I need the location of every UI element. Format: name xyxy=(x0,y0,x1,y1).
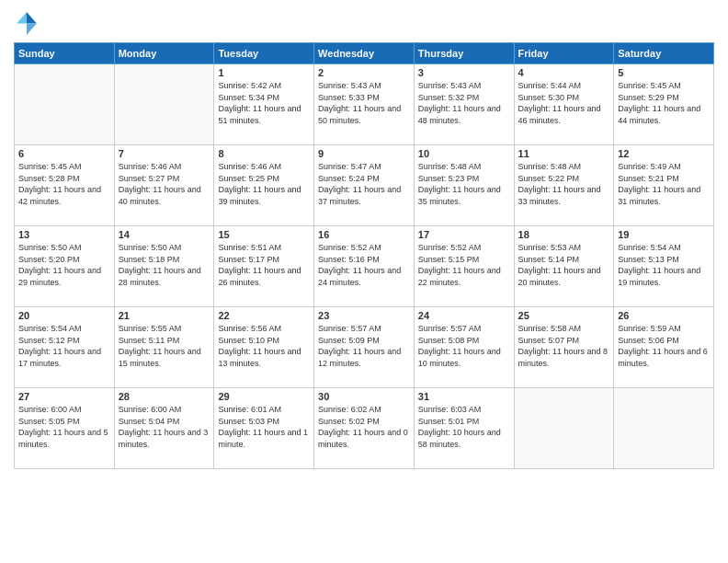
day-info: Sunrise: 5:44 AMSunset: 5:30 PMDaylight:… xyxy=(518,80,610,126)
week-row-4: 20Sunrise: 5:54 AMSunset: 5:12 PMDayligh… xyxy=(15,307,714,388)
weekday-saturday: Saturday xyxy=(614,43,714,64)
calendar-cell: 28Sunrise: 6:00 AMSunset: 5:04 PMDayligh… xyxy=(114,388,214,469)
calendar-cell: 14Sunrise: 5:50 AMSunset: 5:18 PMDayligh… xyxy=(114,226,214,307)
day-number: 17 xyxy=(418,229,510,240)
day-number: 30 xyxy=(318,391,410,402)
day-number: 13 xyxy=(18,229,110,240)
day-info: Sunrise: 5:52 AMSunset: 5:16 PMDaylight:… xyxy=(318,242,410,288)
svg-marker-0 xyxy=(27,12,37,23)
day-number: 6 xyxy=(18,148,110,159)
day-info: Sunrise: 6:00 AMSunset: 5:05 PMDaylight:… xyxy=(18,404,110,450)
day-info: Sunrise: 5:56 AMSunset: 5:10 PMDaylight:… xyxy=(218,323,310,369)
day-info: Sunrise: 5:51 AMSunset: 5:17 PMDaylight:… xyxy=(218,242,310,288)
calendar-cell: 4Sunrise: 5:44 AMSunset: 5:30 PMDaylight… xyxy=(514,64,614,145)
day-number: 5 xyxy=(618,67,710,78)
week-row-2: 6Sunrise: 5:45 AMSunset: 5:28 PMDaylight… xyxy=(15,145,714,226)
day-number: 8 xyxy=(218,148,310,159)
svg-marker-2 xyxy=(17,12,27,23)
logo-icon xyxy=(14,9,40,35)
calendar-cell: 9Sunrise: 5:47 AMSunset: 5:24 PMDaylight… xyxy=(314,145,415,226)
calendar-cell: 24Sunrise: 5:57 AMSunset: 5:08 PMDayligh… xyxy=(414,307,514,388)
day-number: 15 xyxy=(218,229,310,240)
calendar-cell: 15Sunrise: 5:51 AMSunset: 5:17 PMDayligh… xyxy=(214,226,314,307)
calendar-cell: 13Sunrise: 5:50 AMSunset: 5:20 PMDayligh… xyxy=(15,226,115,307)
day-info: Sunrise: 5:57 AMSunset: 5:08 PMDaylight:… xyxy=(418,323,510,369)
calendar-cell: 22Sunrise: 5:56 AMSunset: 5:10 PMDayligh… xyxy=(214,307,314,388)
day-number: 26 xyxy=(618,310,710,321)
day-info: Sunrise: 5:45 AMSunset: 5:29 PMDaylight:… xyxy=(618,80,710,126)
weekday-header-row: SundayMondayTuesdayWednesdayThursdayFrid… xyxy=(15,43,714,64)
week-row-5: 27Sunrise: 6:00 AMSunset: 5:05 PMDayligh… xyxy=(15,388,714,469)
calendar-cell: 31Sunrise: 6:03 AMSunset: 5:01 PMDayligh… xyxy=(414,388,514,469)
day-number: 24 xyxy=(418,310,510,321)
day-info: Sunrise: 6:00 AMSunset: 5:04 PMDaylight:… xyxy=(119,404,210,450)
day-number: 2 xyxy=(318,67,410,78)
day-info: Sunrise: 5:53 AMSunset: 5:14 PMDaylight:… xyxy=(518,242,610,288)
day-number: 22 xyxy=(218,310,310,321)
day-info: Sunrise: 5:57 AMSunset: 5:09 PMDaylight:… xyxy=(318,323,410,369)
calendar-cell: 3Sunrise: 5:43 AMSunset: 5:32 PMDaylight… xyxy=(414,64,514,145)
week-row-1: 1Sunrise: 5:42 AMSunset: 5:34 PMDaylight… xyxy=(15,64,714,145)
day-info: Sunrise: 5:54 AMSunset: 5:12 PMDaylight:… xyxy=(18,323,110,369)
calendar-cell xyxy=(15,64,115,145)
calendar-cell: 21Sunrise: 5:55 AMSunset: 5:11 PMDayligh… xyxy=(114,307,214,388)
calendar-cell: 20Sunrise: 5:54 AMSunset: 5:12 PMDayligh… xyxy=(15,307,115,388)
calendar-table: SundayMondayTuesdayWednesdayThursdayFrid… xyxy=(14,42,714,469)
day-number: 25 xyxy=(518,310,610,321)
day-info: Sunrise: 5:49 AMSunset: 5:21 PMDaylight:… xyxy=(618,161,710,207)
calendar-cell xyxy=(514,388,614,469)
calendar-cell: 29Sunrise: 6:01 AMSunset: 5:03 PMDayligh… xyxy=(214,388,314,469)
logo xyxy=(14,9,43,35)
calendar-cell xyxy=(114,64,214,145)
day-number: 31 xyxy=(418,391,510,402)
page: SundayMondayTuesdayWednesdayThursdayFrid… xyxy=(0,0,728,563)
calendar-cell: 8Sunrise: 5:46 AMSunset: 5:25 PMDaylight… xyxy=(214,145,314,226)
weekday-wednesday: Wednesday xyxy=(314,43,415,64)
weekday-friday: Friday xyxy=(514,43,614,64)
calendar-cell: 11Sunrise: 5:48 AMSunset: 5:22 PMDayligh… xyxy=(514,145,614,226)
day-number: 16 xyxy=(318,229,410,240)
day-info: Sunrise: 5:43 AMSunset: 5:33 PMDaylight:… xyxy=(318,80,410,126)
day-number: 14 xyxy=(119,229,210,240)
day-number: 4 xyxy=(518,67,610,78)
calendar-cell: 5Sunrise: 5:45 AMSunset: 5:29 PMDaylight… xyxy=(614,64,714,145)
calendar-cell: 23Sunrise: 5:57 AMSunset: 5:09 PMDayligh… xyxy=(314,307,415,388)
weekday-tuesday: Tuesday xyxy=(214,43,314,64)
calendar-cell: 10Sunrise: 5:48 AMSunset: 5:23 PMDayligh… xyxy=(414,145,514,226)
calendar-cell: 27Sunrise: 6:00 AMSunset: 5:05 PMDayligh… xyxy=(15,388,115,469)
calendar-cell: 1Sunrise: 5:42 AMSunset: 5:34 PMDaylight… xyxy=(214,64,314,145)
calendar-cell: 25Sunrise: 5:58 AMSunset: 5:07 PMDayligh… xyxy=(514,307,614,388)
calendar-cell: 16Sunrise: 5:52 AMSunset: 5:16 PMDayligh… xyxy=(314,226,415,307)
day-number: 28 xyxy=(119,391,210,402)
day-info: Sunrise: 6:02 AMSunset: 5:02 PMDaylight:… xyxy=(318,404,410,450)
calendar-cell: 6Sunrise: 5:45 AMSunset: 5:28 PMDaylight… xyxy=(15,145,115,226)
calendar-cell xyxy=(614,388,714,469)
day-info: Sunrise: 5:52 AMSunset: 5:15 PMDaylight:… xyxy=(418,242,510,288)
day-number: 23 xyxy=(318,310,410,321)
day-number: 20 xyxy=(18,310,110,321)
weekday-thursday: Thursday xyxy=(414,43,514,64)
calendar-cell: 30Sunrise: 6:02 AMSunset: 5:02 PMDayligh… xyxy=(314,388,415,469)
day-info: Sunrise: 5:43 AMSunset: 5:32 PMDaylight:… xyxy=(418,80,510,126)
calendar-cell: 17Sunrise: 5:52 AMSunset: 5:15 PMDayligh… xyxy=(414,226,514,307)
day-number: 3 xyxy=(418,67,510,78)
weekday-monday: Monday xyxy=(114,43,214,64)
day-info: Sunrise: 5:58 AMSunset: 5:07 PMDaylight:… xyxy=(518,323,610,369)
day-info: Sunrise: 5:45 AMSunset: 5:28 PMDaylight:… xyxy=(18,161,110,207)
day-info: Sunrise: 5:54 AMSunset: 5:13 PMDaylight:… xyxy=(618,242,710,288)
day-number: 7 xyxy=(119,148,210,159)
day-number: 19 xyxy=(618,229,710,240)
week-row-3: 13Sunrise: 5:50 AMSunset: 5:20 PMDayligh… xyxy=(15,226,714,307)
day-info: Sunrise: 5:55 AMSunset: 5:11 PMDaylight:… xyxy=(119,323,210,369)
day-number: 29 xyxy=(218,391,310,402)
day-number: 18 xyxy=(518,229,610,240)
calendar-cell: 19Sunrise: 5:54 AMSunset: 5:13 PMDayligh… xyxy=(614,226,714,307)
day-number: 27 xyxy=(18,391,110,402)
calendar-cell: 18Sunrise: 5:53 AMSunset: 5:14 PMDayligh… xyxy=(514,226,614,307)
day-number: 1 xyxy=(218,67,310,78)
day-info: Sunrise: 5:50 AMSunset: 5:18 PMDaylight:… xyxy=(119,242,210,288)
day-number: 10 xyxy=(418,148,510,159)
calendar-cell: 12Sunrise: 5:49 AMSunset: 5:21 PMDayligh… xyxy=(614,145,714,226)
day-info: Sunrise: 5:46 AMSunset: 5:27 PMDaylight:… xyxy=(119,161,210,207)
header xyxy=(14,9,714,35)
